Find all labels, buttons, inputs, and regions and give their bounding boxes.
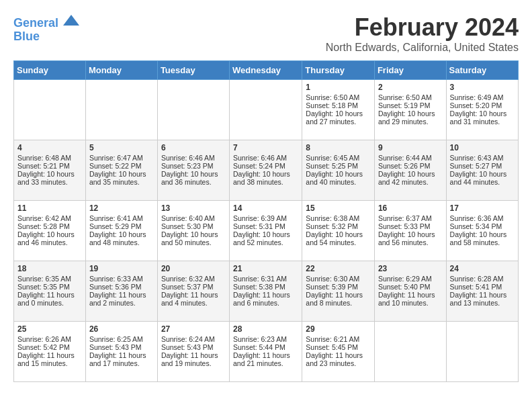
daylight-label: Daylight: 11 hours and 17 minutes. xyxy=(89,351,154,367)
sunrise-label: Sunrise: 6:33 AM xyxy=(89,275,154,283)
sunset-label: Sunset: 5:43 PM xyxy=(161,343,226,351)
calendar-table: Sunday Monday Tuesday Wednesday Thursday… xyxy=(13,60,519,382)
subtitle: North Edwards, California, United States xyxy=(326,42,519,54)
daylight-label: Daylight: 11 hours and 2 minutes. xyxy=(89,291,154,307)
sunset-label: Sunset: 5:29 PM xyxy=(89,222,154,230)
sunset-label: Sunset: 5:39 PM xyxy=(306,283,371,291)
sunrise-label: Sunrise: 6:35 AM xyxy=(17,275,82,283)
col-saturday: Saturday xyxy=(446,61,518,80)
table-row: 23Sunrise: 6:29 AMSunset: 5:40 PMDayligh… xyxy=(374,261,446,322)
sunset-label: Sunset: 5:32 PM xyxy=(306,222,371,230)
table-row: 20Sunrise: 6:32 AMSunset: 5:37 PMDayligh… xyxy=(157,261,229,322)
table-row: 5Sunrise: 6:47 AMSunset: 5:22 PMDaylight… xyxy=(85,140,157,201)
sunrise-label: Sunrise: 6:45 AM xyxy=(306,154,371,162)
sunrise-label: Sunrise: 6:21 AM xyxy=(306,335,371,343)
sunrise-label: Sunrise: 6:38 AM xyxy=(306,214,371,222)
calendar-header-row: Sunday Monday Tuesday Wednesday Thursday… xyxy=(14,61,519,80)
col-tuesday: Tuesday xyxy=(157,61,229,80)
sunrise-label: Sunrise: 6:43 AM xyxy=(450,154,515,162)
sunrise-label: Sunrise: 6:50 AM xyxy=(306,93,371,101)
col-monday: Monday xyxy=(85,61,157,80)
sunset-label: Sunset: 5:40 PM xyxy=(378,283,443,291)
table-row: 4Sunrise: 6:48 AMSunset: 5:21 PMDaylight… xyxy=(14,140,86,201)
table-row: 22Sunrise: 6:30 AMSunset: 5:39 PMDayligh… xyxy=(302,261,375,322)
table-row: 2Sunrise: 6:50 AMSunset: 5:19 PMDaylight… xyxy=(374,80,446,140)
sunset-label: Sunset: 5:18 PM xyxy=(306,101,371,109)
table-row: 12Sunrise: 6:41 AMSunset: 5:29 PMDayligh… xyxy=(85,201,157,261)
table-row: 18Sunrise: 6:35 AMSunset: 5:35 PMDayligh… xyxy=(14,261,86,322)
day-number: 3 xyxy=(450,83,515,92)
daylight-label: Daylight: 10 hours and 27 minutes. xyxy=(306,109,371,126)
day-number: 22 xyxy=(306,264,371,273)
day-number: 17 xyxy=(450,203,515,213)
sunset-label: Sunset: 5:43 PM xyxy=(89,343,154,351)
day-number: 9 xyxy=(378,143,443,152)
day-number: 13 xyxy=(161,203,226,213)
day-number: 21 xyxy=(233,264,298,273)
sunrise-label: Sunrise: 6:40 AM xyxy=(161,214,226,222)
daylight-label: Daylight: 11 hours and 8 minutes. xyxy=(306,291,371,307)
title-section: February 2024 North Edwards, California,… xyxy=(326,13,519,54)
sunset-label: Sunset: 5:24 PM xyxy=(233,162,298,170)
table-row: 16Sunrise: 6:37 AMSunset: 5:33 PMDayligh… xyxy=(374,201,446,261)
sunset-label: Sunset: 5:42 PM xyxy=(17,343,82,351)
sunrise-label: Sunrise: 6:41 AM xyxy=(89,214,154,222)
table-row: 9Sunrise: 6:44 AMSunset: 5:26 PMDaylight… xyxy=(374,140,446,201)
table-row: 1Sunrise: 6:50 AMSunset: 5:18 PMDaylight… xyxy=(302,80,375,140)
table-row: 7Sunrise: 6:46 AMSunset: 5:24 PMDaylight… xyxy=(230,140,302,201)
day-number: 26 xyxy=(89,324,154,334)
calendar-week-row: 4Sunrise: 6:48 AMSunset: 5:21 PMDaylight… xyxy=(14,140,519,201)
sunset-label: Sunset: 5:21 PM xyxy=(17,162,82,170)
day-number: 10 xyxy=(450,143,515,152)
logo: General Blue xyxy=(13,13,79,44)
table-row: 27Sunrise: 6:24 AMSunset: 5:43 PMDayligh… xyxy=(157,322,229,382)
sunrise-label: Sunrise: 6:44 AM xyxy=(378,154,443,162)
day-number: 18 xyxy=(17,264,82,273)
daylight-label: Daylight: 10 hours and 44 minutes. xyxy=(450,170,515,186)
table-row: 8Sunrise: 6:45 AMSunset: 5:25 PMDaylight… xyxy=(302,140,375,201)
sunrise-label: Sunrise: 6:48 AM xyxy=(17,154,82,162)
sunrise-label: Sunrise: 6:26 AM xyxy=(17,335,82,343)
sunset-label: Sunset: 5:30 PM xyxy=(161,222,226,230)
sunrise-label: Sunrise: 6:42 AM xyxy=(17,214,82,222)
day-number: 27 xyxy=(161,324,226,334)
day-number: 24 xyxy=(450,264,515,273)
day-number: 7 xyxy=(233,143,298,152)
sunset-label: Sunset: 5:25 PM xyxy=(306,162,371,170)
daylight-label: Daylight: 11 hours and 21 minutes. xyxy=(233,351,298,367)
table-row: 21Sunrise: 6:31 AMSunset: 5:38 PMDayligh… xyxy=(230,261,302,322)
sunrise-label: Sunrise: 6:23 AM xyxy=(233,335,298,343)
daylight-label: Daylight: 10 hours and 29 minutes. xyxy=(378,109,443,126)
sunrise-label: Sunrise: 6:24 AM xyxy=(161,335,226,343)
table-row: 29Sunrise: 6:21 AMSunset: 5:45 PMDayligh… xyxy=(302,322,375,382)
daylight-label: Daylight: 10 hours and 42 minutes. xyxy=(378,170,443,186)
col-sunday: Sunday xyxy=(14,61,86,80)
day-number: 14 xyxy=(233,203,298,213)
main-title: February 2024 xyxy=(326,13,519,42)
daylight-label: Daylight: 10 hours and 31 minutes. xyxy=(450,109,515,126)
day-number: 5 xyxy=(89,143,154,152)
sunset-label: Sunset: 5:34 PM xyxy=(450,222,515,230)
table-row xyxy=(157,80,229,140)
daylight-label: Daylight: 10 hours and 56 minutes. xyxy=(378,230,443,246)
daylight-label: Daylight: 10 hours and 38 minutes. xyxy=(233,170,298,186)
sunset-label: Sunset: 5:38 PM xyxy=(233,283,298,291)
col-friday: Friday xyxy=(374,61,446,80)
daylight-label: Daylight: 10 hours and 46 minutes. xyxy=(17,230,82,246)
sunset-label: Sunset: 5:36 PM xyxy=(89,283,154,291)
day-number: 29 xyxy=(306,324,371,334)
sunrise-label: Sunrise: 6:37 AM xyxy=(378,214,443,222)
table-row: 15Sunrise: 6:38 AMSunset: 5:32 PMDayligh… xyxy=(302,201,375,261)
sunrise-label: Sunrise: 6:28 AM xyxy=(450,275,515,283)
logo-icon xyxy=(63,13,79,27)
daylight-label: Daylight: 11 hours and 10 minutes. xyxy=(378,291,443,307)
sunset-label: Sunset: 5:33 PM xyxy=(378,222,443,230)
table-row: 24Sunrise: 6:28 AMSunset: 5:41 PMDayligh… xyxy=(446,261,518,322)
sunset-label: Sunset: 5:37 PM xyxy=(161,283,226,291)
table-row: 25Sunrise: 6:26 AMSunset: 5:42 PMDayligh… xyxy=(14,322,86,382)
table-row: 14Sunrise: 6:39 AMSunset: 5:31 PMDayligh… xyxy=(230,201,302,261)
logo-text: General xyxy=(13,13,79,30)
sunset-label: Sunset: 5:22 PM xyxy=(89,162,154,170)
daylight-label: Daylight: 10 hours and 50 minutes. xyxy=(161,230,226,246)
table-row xyxy=(14,80,86,140)
